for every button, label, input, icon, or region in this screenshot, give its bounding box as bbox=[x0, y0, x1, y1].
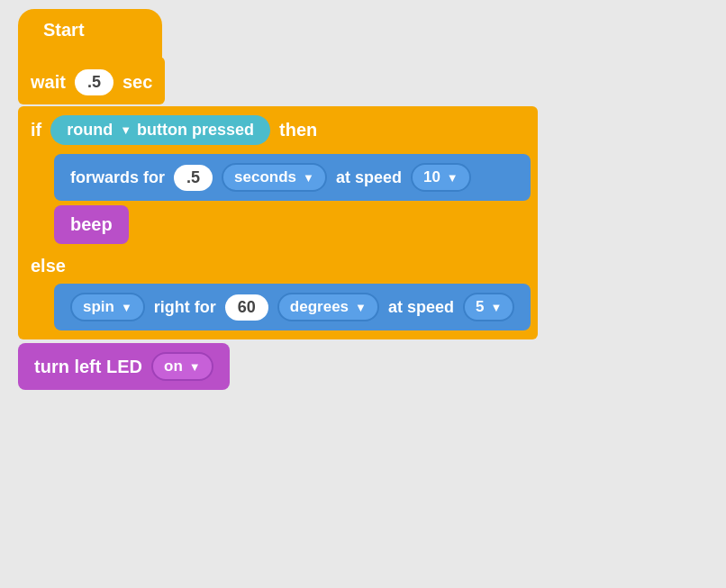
start-block: Start bbox=[18, 9, 162, 59]
spin-speed-arrow[interactable]: ▼ bbox=[490, 301, 502, 314]
unit-arrow[interactable]: ▼ bbox=[303, 171, 314, 185]
button-type-arrow[interactable]: ▼ bbox=[120, 123, 132, 137]
speed-arrow[interactable]: ▼ bbox=[447, 171, 458, 185]
led-state-dropdown[interactable]: on ▼ bbox=[151, 352, 213, 381]
spin-unit-dropdown[interactable]: degrees ▼ bbox=[277, 293, 379, 321]
wait-value[interactable]: .5 bbox=[75, 69, 113, 95]
else-body: spin ▼ right for 60 degrees ▼ at speed 5… bbox=[54, 284, 538, 332]
beep-block: beep bbox=[54, 205, 129, 244]
button-type: round bbox=[67, 121, 113, 140]
beep-label: beep bbox=[70, 214, 113, 235]
forwards-block: forwards for .5 seconds ▼ at speed 10 ▼ bbox=[54, 154, 531, 201]
spin-direction-label: right for bbox=[154, 298, 216, 317]
speed-dropdown[interactable]: 10 ▼ bbox=[411, 163, 471, 192]
wait-sec-label: sec bbox=[123, 72, 152, 93]
if-label: if bbox=[31, 120, 41, 140]
then-body: forwards for .5 seconds ▼ at speed 10 ▼ … bbox=[54, 154, 538, 249]
forwards-value[interactable]: .5 bbox=[174, 165, 213, 191]
condition-pill[interactable]: round ▼ button pressed bbox=[50, 115, 270, 145]
if-block: if round ▼ button pressed then forwards … bbox=[18, 106, 538, 339]
spin-arrow[interactable]: ▼ bbox=[121, 301, 132, 314]
speed-label: at speed bbox=[336, 168, 402, 187]
forwards-label: forwards for bbox=[70, 168, 165, 187]
spin-unit-arrow[interactable]: ▼ bbox=[355, 301, 367, 314]
led-label: turn left LED bbox=[34, 357, 142, 377]
then-label: then bbox=[279, 120, 317, 140]
unit-dropdown[interactable]: seconds ▼ bbox=[222, 163, 327, 192]
spin-block: spin ▼ right for 60 degrees ▼ at speed 5… bbox=[54, 284, 531, 330]
blocks-workspace: Start wait .5 sec if round ▼ button pres… bbox=[18, 9, 538, 390]
led-state-arrow[interactable]: ▼ bbox=[189, 360, 201, 374]
wait-label: wait bbox=[31, 72, 66, 93]
spin-speed-label: at speed bbox=[388, 298, 454, 317]
spin-speed-dropdown[interactable]: 5 ▼ bbox=[463, 293, 514, 321]
else-label: else bbox=[18, 249, 538, 284]
wait-block: wait .5 sec bbox=[18, 57, 165, 104]
if-header: if round ▼ button pressed then bbox=[18, 106, 538, 154]
spin-value[interactable]: 60 bbox=[225, 294, 268, 321]
spin-dropdown[interactable]: spin ▼ bbox=[70, 293, 145, 321]
led-block: turn left LED on ▼ bbox=[18, 343, 230, 390]
start-label: Start bbox=[43, 20, 85, 40]
button-label: button pressed bbox=[137, 121, 254, 140]
